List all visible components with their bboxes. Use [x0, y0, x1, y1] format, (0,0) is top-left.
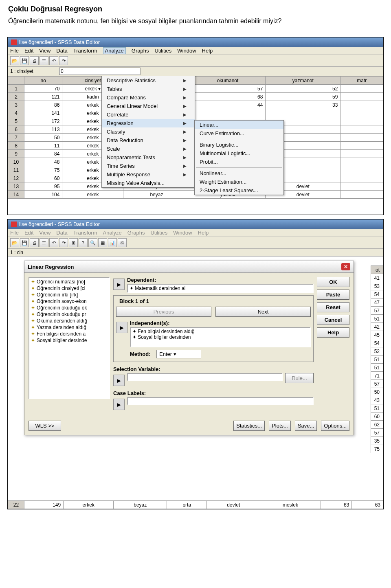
plots-button[interactable]: Plots...: [269, 421, 291, 431]
row-header[interactable]: 1: [8, 85, 24, 93]
save-icon[interactable]: 💾: [20, 238, 29, 247]
undo-icon[interactable]: ↶: [49, 56, 58, 65]
method-select[interactable]: Enter ▾: [156, 350, 201, 358]
statistics-button[interactable]: Statistics...: [233, 421, 265, 431]
variable-item[interactable]: Öğrenci numarası [no]: [31, 279, 108, 285]
variable-item[interactable]: Yazma dersinden aldığ: [31, 324, 108, 331]
data-cell[interactable]: 35: [371, 437, 383, 445]
data-cell[interactable]: 54: [371, 339, 383, 347]
wls-button[interactable]: WLS >>: [29, 421, 61, 431]
move-to-caselabels-button[interactable]: ▶: [113, 399, 125, 410]
open-icon[interactable]: 📂: [10, 56, 19, 65]
info-icon[interactable]: ?: [79, 238, 88, 247]
data-cell[interactable]: 45: [371, 331, 383, 339]
submenu-item-curve-estimation-[interactable]: Curve Estimation...: [195, 129, 283, 138]
print-icon[interactable]: 🖨: [30, 56, 39, 65]
menu-utilities[interactable]: Utilities: [154, 48, 171, 54]
menu-item-data-reduction[interactable]: Data Reduction▶: [102, 136, 195, 145]
submenu-item-nonlinear-[interactable]: Nonlinear...: [195, 169, 283, 178]
independent-item[interactable]: ✦ Fen bilgisi dersinden aldığ: [132, 329, 308, 334]
data-cell[interactable]: 60: [371, 412, 383, 421]
insert-icon[interactable]: ▦: [98, 238, 107, 247]
data-cell[interactable]: 53: [371, 282, 383, 290]
cell[interactable]: 75: [24, 166, 62, 174]
row-header[interactable]: 12: [8, 174, 24, 182]
data-cell[interactable]: 43: [371, 396, 383, 404]
variable-item[interactable]: Okuma dersinden aldığ: [31, 318, 108, 324]
goto-icon[interactable]: ⊞: [69, 238, 78, 247]
variable-item[interactable]: Öğrencinin cinsiyeti [ci: [31, 285, 108, 292]
row-header[interactable]: 3: [8, 101, 24, 109]
cell[interactable]: erkek: [62, 191, 123, 199]
submenu-item-linear-[interactable]: Linear...: [195, 121, 283, 129]
case-labels-field[interactable]: [127, 397, 314, 405]
row-header[interactable]: 5: [8, 117, 24, 125]
data-cell[interactable]: 41: [371, 274, 383, 282]
menu-item-multiple-response[interactable]: Multiple Response▶: [102, 170, 195, 179]
analyze-menu[interactable]: Reports▶Descriptive Statistics▶Tables▶Co…: [101, 76, 195, 188]
menu-item-time-series[interactable]: Time Series▶: [102, 162, 195, 170]
cell[interactable]: 141: [24, 109, 62, 117]
independent-field[interactable]: ✦ Fen bilgisi dersinden aldığ✦ Sosyal bi…: [130, 327, 311, 347]
reset-button[interactable]: Reset: [317, 302, 349, 312]
menu-item-classify[interactable]: Classify▶: [102, 127, 195, 136]
data-cell[interactable]: 51: [371, 364, 383, 372]
menu-analyze[interactable]: Analyze: [103, 47, 126, 54]
row-header[interactable]: 4: [8, 109, 24, 117]
variable-item[interactable]: Fen bilgisi dersinden a: [31, 331, 108, 337]
print-icon[interactable]: 🖨: [30, 238, 39, 247]
submenu-item-weight-estimation-[interactable]: Weight Estimation...: [195, 178, 283, 186]
cell[interactable]: 95: [24, 182, 62, 191]
submenu-item-multinomial-logistic-[interactable]: Multinomial Logistic...: [195, 149, 283, 158]
menu-view[interactable]: View: [39, 48, 51, 54]
regression-submenu[interactable]: Linear...Curve Estimation...Binary Logis…: [194, 120, 284, 195]
move-to-dependent-button[interactable]: ▶: [113, 279, 125, 290]
menu-item-compare-means[interactable]: Compare Means▶: [102, 93, 195, 102]
cell[interactable]: 86: [24, 101, 62, 109]
menu-item-regression[interactable]: Regression▶: [102, 119, 195, 127]
save-button[interactable]: Save...: [295, 421, 317, 431]
ok-button[interactable]: OK: [317, 277, 349, 287]
data-cell[interactable]: 75: [371, 445, 383, 453]
cell-value-input[interactable]: [59, 68, 141, 75]
next-button[interactable]: Next: [215, 307, 311, 317]
variable-item[interactable]: Öğrencinin sosyo-ekon: [31, 298, 108, 305]
cell[interactable]: 11: [24, 142, 62, 150]
cell[interactable]: 84: [24, 150, 62, 158]
redo-icon[interactable]: ↷: [59, 56, 68, 65]
data-cell[interactable]: 42: [371, 323, 383, 331]
data-cell[interactable]: 51: [371, 404, 383, 412]
undo-icon[interactable]: ↶: [49, 238, 58, 247]
menu-edit[interactable]: Edit: [24, 48, 33, 54]
help-button[interactable]: Help: [317, 327, 349, 338]
menu-item-correlate[interactable]: Correlate▶: [102, 110, 195, 119]
cell[interactable]: 60: [24, 174, 62, 182]
menu-help[interactable]: Help: [202, 48, 213, 54]
independent-item[interactable]: ✦ Sosyal bilgiler dersinden: [132, 334, 308, 340]
data-cell[interactable]: 51: [371, 315, 383, 323]
chart-icon[interactable]: 📊: [108, 238, 117, 247]
redo-icon[interactable]: ↷: [59, 238, 68, 247]
data-cell[interactable]: 51: [371, 355, 383, 364]
row-header[interactable]: 2: [8, 93, 24, 101]
open-icon[interactable]: 📂: [10, 238, 19, 247]
variable-item[interactable]: Öğrencinin ırkı [ırk]: [31, 292, 108, 298]
options-button[interactable]: Options...: [321, 421, 349, 431]
row-header[interactable]: 13: [8, 182, 24, 191]
data-cell[interactable]: 71: [371, 372, 383, 380]
menu-item-descriptive-statistics[interactable]: Descriptive Statistics▶: [102, 76, 195, 85]
data-cell[interactable]: 54: [371, 290, 383, 298]
col-matr[interactable]: matr: [340, 77, 383, 85]
move-to-selection-button[interactable]: ▶: [113, 375, 125, 386]
col-yazmanot[interactable]: yazmanot: [266, 77, 340, 85]
cell[interactable]: 104: [24, 191, 62, 199]
cell[interactable]: 50: [24, 134, 62, 142]
row-header[interactable]: 8: [8, 142, 24, 150]
submenu-item-probit-[interactable]: Probit...: [195, 158, 283, 166]
dialog-recall-icon[interactable]: ☰: [40, 56, 48, 65]
variable-item[interactable]: Sosyal bilgiler dersinde: [31, 337, 108, 344]
data-cell[interactable]: 57: [371, 429, 383, 437]
row-header[interactable]: 11: [8, 166, 24, 174]
data-cell[interactable]: 52: [371, 347, 383, 355]
variable-list[interactable]: Öğrenci numarası [no]Öğrencinin cinsiyet…: [29, 277, 110, 399]
